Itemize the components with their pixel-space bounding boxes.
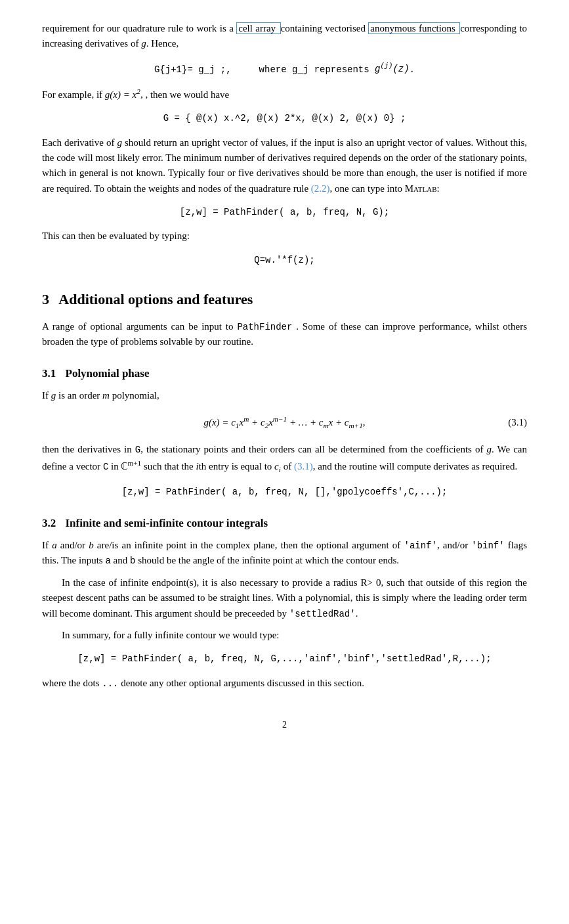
code-ainf-text: [z,w] = PathFinder( a, b, freq, N, G,...… xyxy=(77,653,491,664)
g-j-code: g_j xyxy=(292,64,308,74)
subsec31-number: 3.1 xyxy=(42,367,56,380)
summary-paragraph: In summary, for a fully infinite contour… xyxy=(42,628,527,643)
code-zw: [z,w] = PathFinder( a, b, freq, N, G); xyxy=(42,206,527,220)
code-polycoeffs-text: [z,w] = PathFinder( a, b, freq, N, [],'g… xyxy=(122,487,448,497)
top-paragraph: requirement for our quadrature rule to w… xyxy=(42,21,527,52)
where-text: where xyxy=(259,64,287,74)
ref-2-2[interactable]: (2.2) xyxy=(311,183,330,194)
cell-array-highlight: cell array xyxy=(236,22,280,34)
where-dots-paragraph: where the dots ... denote any other opti… xyxy=(42,676,527,692)
infinite-endpoint-paragraph: In the case of infinite endpoint(s), it … xyxy=(42,575,527,621)
represents-text: represents g(j)(z). xyxy=(314,64,415,74)
section3-heading: 3 Additional options and features xyxy=(42,288,527,311)
code-g-text: G = { @(x) x.^2, @(x) 2*x, @(x) 2, @(x) … xyxy=(163,113,406,123)
subsec32-number: 3.2 xyxy=(42,517,56,529)
code-qw: Q=w.'*f(z); xyxy=(42,253,527,268)
this-can-paragraph: This can then be evaluated by typing: xyxy=(42,229,527,244)
code-qw-text: Q=w.'*f(z); xyxy=(254,255,314,265)
section3-number: 3 xyxy=(42,291,49,307)
cell-array-text: cell array xyxy=(238,23,276,33)
code-gj-text: G{j+1}= g_j ;, xyxy=(154,64,232,74)
containing-text: containing vectorised xyxy=(281,23,366,33)
if-g-text: If g is an order m polynomial, xyxy=(42,390,159,401)
then-text: , then we would have xyxy=(145,89,229,100)
subsec32-heading: 3.2 Infinite and semi-infinite contour i… xyxy=(42,515,527,532)
if-g-paragraph: If g is an order m polynomial, xyxy=(42,388,527,403)
pathfinder-inline: PathFinder xyxy=(237,322,292,332)
ref-3-1[interactable]: (3.1) xyxy=(294,461,313,472)
this-can-text: This can then be evaluated by typing: xyxy=(42,231,190,241)
math-gx-content: g(x) = c1xm + c2xm−1 + … + cmx + cm+1, xyxy=(203,417,365,428)
code-gj: G{j+1}= g_j ;, where g_j represents g(j)… xyxy=(42,61,527,77)
code-zw-text: [z,w] = PathFinder( a, b, freq, N, G); xyxy=(180,207,389,217)
code-ainf: [z,w] = PathFinder( a, b, freq, N, G,...… xyxy=(42,652,527,667)
anonymous-text: anonymous functions xyxy=(370,23,455,33)
subsec31-title: Polynomial phase xyxy=(66,367,150,380)
subsec31-heading: 3.1 Polynomial phase xyxy=(42,365,527,382)
equation-3-1: g(x) = c1xm + c2xm−1 + … + cmx + cm+1, (… xyxy=(42,414,527,431)
infinite-endpoint-text: In the case of infinite endpoint(s), it … xyxy=(42,577,527,619)
code-polycoeffs: [z,w] = PathFinder( a, b, freq, N, [],'g… xyxy=(42,485,527,500)
each-derivative-paragraph: Each derivative of g should return an up… xyxy=(42,135,527,196)
page-number: 2 xyxy=(42,718,527,732)
summary-text: In summary, for a fully infinite contour… xyxy=(62,630,279,640)
example-paragraph: For example, if g(x) = x2, , then we wou… xyxy=(42,86,527,102)
code-g-example: G = { @(x) x.^2, @(x) 2*x, @(x) 2, @(x) … xyxy=(42,112,527,126)
each-text: Each derivative of g should return an up… xyxy=(42,137,527,194)
section3-intro-text: A range of optional arguments can be inp… xyxy=(42,321,234,332)
then-derivatives-paragraph: then the derivatives in G, the stationar… xyxy=(42,442,527,475)
section3-intro-paragraph: A range of optional arguments can be inp… xyxy=(42,319,527,350)
subsec32-title: Infinite and semi-infinite contour integ… xyxy=(66,517,268,529)
section3-title: Additional options and features xyxy=(58,291,253,307)
eq-number-31: (3.1) xyxy=(508,415,527,430)
one-can-type-text: , one can type into Matlab: xyxy=(330,183,440,194)
infinite-text: If a and/or b are/is an infinite point i… xyxy=(42,540,527,566)
requirement-text: requirement for our quadrature rule to w… xyxy=(42,23,234,33)
anonymous-functions-highlight: anonymous functions xyxy=(368,22,460,34)
example-text: For example, if xyxy=(42,89,102,100)
infinite-paragraph: If a and/or b are/is an infinite point i… xyxy=(42,538,527,569)
where-dots-text: where the dots ... denote any other opti… xyxy=(42,678,364,688)
then-deriv-text: then the derivatives in G, the stationar… xyxy=(42,444,527,472)
